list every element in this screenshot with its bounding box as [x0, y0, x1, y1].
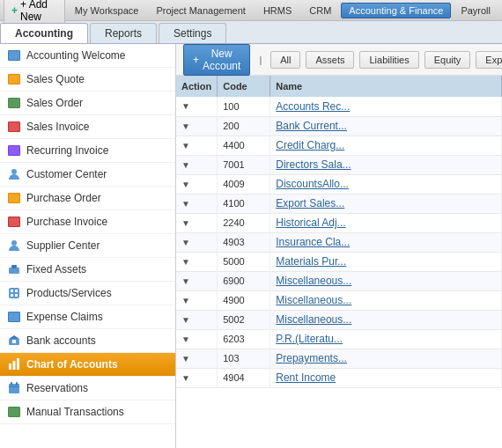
- account-name-link[interactable]: Directors Sala...: [276, 158, 351, 171]
- row-name[interactable]: Rent Income: [270, 368, 502, 387]
- row-action[interactable]: ▼: [176, 232, 218, 252]
- sidebar-item-purchase-order[interactable]: Purchase Order: [0, 187, 175, 210]
- account-name-link[interactable]: Miscellaneous...: [276, 294, 351, 306]
- row-name[interactable]: P.R.(Literatu...: [270, 329, 502, 349]
- account-name-link[interactable]: Rent Income: [276, 371, 336, 384]
- row-name[interactable]: Miscellaneous...: [270, 310, 502, 329]
- nav-crm[interactable]: CRM: [301, 3, 339, 18]
- tab-settings[interactable]: Settings: [159, 23, 226, 43]
- account-name-link[interactable]: Materials Pur...: [276, 255, 346, 268]
- content-area: + New Account | All Assets Liabilities E…: [176, 44, 502, 448]
- filter-assets-button[interactable]: Assets: [306, 51, 354, 69]
- nav-accounting-finance[interactable]: Accounting & Finance: [341, 3, 451, 18]
- account-name-link[interactable]: P.R.(Literatu...: [276, 333, 343, 345]
- row-expand-icon[interactable]: ▼: [181, 121, 192, 132]
- add-new-button[interactable]: + + Add New: [4, 0, 65, 26]
- row-expand-icon[interactable]: ▼: [181, 296, 192, 306]
- expense-claims-icon: [7, 310, 21, 324]
- row-name[interactable]: DiscountsAllo...: [270, 174, 502, 194]
- row-action[interactable]: ▼: [176, 310, 218, 329]
- row-action[interactable]: ▼: [176, 252, 218, 271]
- filter-expenses-button[interactable]: Expenses: [476, 51, 502, 69]
- row-expand-icon[interactable]: ▼: [181, 180, 192, 190]
- sidebar-item-products-services[interactable]: Products/Services: [0, 282, 175, 305]
- row-name[interactable]: Historical Adj...: [270, 213, 502, 232]
- filter-all-button[interactable]: All: [270, 51, 300, 69]
- sidebar-item-expense-claims[interactable]: Expense Claims: [0, 305, 175, 329]
- row-action[interactable]: ▼: [176, 194, 218, 213]
- filter-equity-button[interactable]: Equity: [424, 51, 471, 69]
- sidebar-item-supplier-center[interactable]: Supplier Center: [0, 234, 175, 258]
- row-name[interactable]: Bank Current...: [270, 116, 502, 136]
- row-action[interactable]: ▼: [176, 136, 218, 155]
- sidebar-item-accounting-welcome[interactable]: Accounting Welcome: [0, 44, 175, 68]
- row-expand-icon[interactable]: ▼: [181, 160, 192, 171]
- row-action[interactable]: ▼: [176, 290, 218, 310]
- row-expand-icon[interactable]: ▼: [181, 334, 192, 345]
- new-account-button[interactable]: + New Account: [183, 44, 250, 76]
- nav-project-management[interactable]: Project Management: [148, 3, 254, 18]
- account-name-link[interactable]: Accounts Rec...: [276, 100, 350, 113]
- sidebar-item-sales-order[interactable]: Sales Order: [0, 92, 175, 115]
- table-header-row: Action Code Name: [176, 76, 502, 97]
- row-name[interactable]: Miscellaneous...: [270, 271, 502, 290]
- row-expand-icon[interactable]: ▼: [181, 276, 192, 287]
- row-action[interactable]: ▼: [176, 329, 218, 349]
- row-expand-icon[interactable]: ▼: [181, 315, 192, 326]
- row-name[interactable]: Insurance Cla...: [270, 232, 502, 252]
- account-name-link[interactable]: Miscellaneous...: [276, 275, 351, 287]
- sidebar-item-bank-accounts[interactable]: Bank accounts: [0, 329, 175, 353]
- sidebar-item-reservations[interactable]: Reservations: [0, 377, 175, 400]
- account-name-link[interactable]: Export Sales...: [276, 197, 344, 209]
- tab-accounting[interactable]: Accounting: [0, 23, 88, 43]
- row-code: 100: [218, 97, 270, 116]
- row-name[interactable]: Credit Charg...: [270, 136, 502, 155]
- row-expand-icon[interactable]: ▼: [181, 141, 192, 151]
- sidebar-item-chart-of-accounts[interactable]: Chart of Accounts: [0, 353, 175, 377]
- row-action[interactable]: ▼: [176, 174, 218, 194]
- row-expand-icon[interactable]: ▼: [181, 238, 192, 248]
- row-action[interactable]: ▼: [176, 213, 218, 232]
- sidebar-item-manual-transactions[interactable]: Manual Transactions: [0, 400, 175, 424]
- sidebar-item-fixed-assets[interactable]: Fixed Assets: [0, 258, 175, 282]
- svg-point-0: [11, 169, 17, 174]
- nav-my-workspace[interactable]: My Workspace: [67, 3, 147, 18]
- filter-liabilities-button[interactable]: Liabilities: [359, 51, 418, 69]
- row-name[interactable]: Miscellaneous...: [270, 290, 502, 310]
- row-expand-icon[interactable]: ▼: [181, 199, 192, 209]
- row-name[interactable]: Materials Pur...: [270, 252, 502, 271]
- row-action[interactable]: ▼: [176, 155, 218, 174]
- account-name-link[interactable]: Bank Current...: [276, 120, 347, 132]
- account-name-link[interactable]: Prepayments...: [276, 352, 347, 364]
- row-action[interactable]: ▼: [176, 349, 218, 368]
- row-action[interactable]: ▼: [176, 116, 218, 136]
- account-name-link[interactable]: Credit Charg...: [276, 139, 344, 151]
- nav-payroll[interactable]: Payroll: [453, 3, 498, 18]
- tab-reports[interactable]: Reports: [90, 23, 157, 43]
- account-name-link[interactable]: Miscellaneous...: [276, 313, 351, 326]
- row-expand-icon[interactable]: ▼: [181, 373, 192, 384]
- account-name-link[interactable]: Insurance Cla...: [276, 236, 350, 248]
- row-action[interactable]: ▼: [176, 271, 218, 290]
- sidebar-item-purchase-invoice[interactable]: Purchase Invoice: [0, 210, 175, 234]
- row-name[interactable]: Directors Sala...: [270, 155, 502, 174]
- row-expand-icon[interactable]: ▼: [181, 354, 192, 364]
- sidebar-item-customer-center[interactable]: Customer Center: [0, 163, 175, 187]
- row-action[interactable]: ▼: [176, 368, 218, 387]
- row-expand-icon[interactable]: ▼: [181, 101, 192, 112]
- row-name[interactable]: Accounts Rec...: [270, 97, 502, 116]
- row-expand-icon[interactable]: ▼: [181, 257, 192, 268]
- table-row: ▼ 4100 Export Sales...: [176, 194, 502, 213]
- row-name[interactable]: Prepayments...: [270, 349, 502, 368]
- sidebar-item-sales-invoice[interactable]: Sales Invoice: [0, 115, 175, 139]
- account-name-link[interactable]: DiscountsAllo...: [276, 178, 349, 190]
- row-name[interactable]: Export Sales...: [270, 194, 502, 213]
- row-action[interactable]: ▼: [176, 97, 218, 116]
- sidebar-label-fixed-assets: Fixed Assets: [26, 263, 86, 275]
- nav-hrms[interactable]: HRMS: [255, 3, 299, 18]
- row-expand-icon[interactable]: ▼: [181, 218, 192, 229]
- account-name-link[interactable]: Historical Adj...: [276, 217, 345, 229]
- sidebar-item-recurring-invoice[interactable]: Recurring Invoice: [0, 139, 175, 163]
- sidebar-item-sales-quote[interactable]: Sales Quote: [0, 68, 175, 92]
- customer-center-icon: [7, 167, 21, 181]
